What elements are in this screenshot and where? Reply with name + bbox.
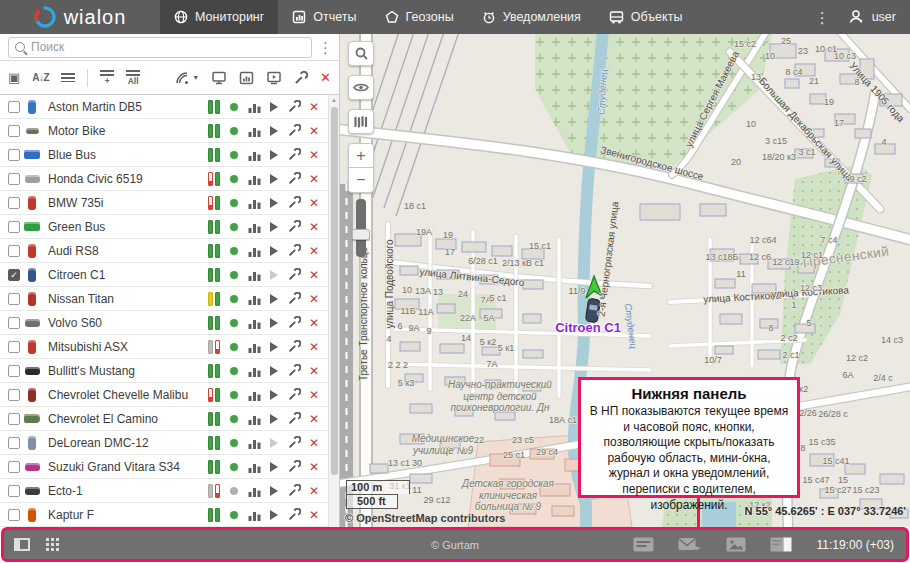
quick-report-icon[interactable] bbox=[244, 413, 264, 425]
remove-unit-icon[interactable]: ✕ bbox=[304, 388, 324, 402]
unit-properties-icon[interactable] bbox=[284, 292, 304, 305]
remove-unit-icon[interactable]: ✕ bbox=[304, 484, 324, 498]
zoom-in-button[interactable]: + bbox=[348, 143, 374, 168]
statistics-icon[interactable] bbox=[239, 71, 254, 85]
unit-properties-icon[interactable] bbox=[284, 460, 304, 473]
map[interactable]: Звенигородское шоссеулица Сергея Макеева… bbox=[340, 34, 910, 527]
unit-checkbox[interactable] bbox=[8, 221, 20, 233]
unit-checkbox[interactable] bbox=[8, 365, 20, 377]
unit-properties-icon[interactable] bbox=[284, 172, 304, 185]
quick-track-icon[interactable] bbox=[270, 174, 278, 184]
unit-checkbox[interactable] bbox=[8, 461, 20, 473]
unit-list-scrollbar[interactable]: ▲ bbox=[328, 95, 339, 527]
quick-report-icon[interactable] bbox=[244, 341, 264, 353]
map-search-button[interactable] bbox=[348, 41, 374, 66]
quick-track-icon[interactable] bbox=[270, 198, 278, 208]
quick-report-icon[interactable] bbox=[244, 197, 264, 209]
quick-report-icon[interactable] bbox=[244, 485, 264, 497]
quick-report-icon[interactable] bbox=[244, 437, 264, 449]
quick-track-icon[interactable] bbox=[270, 150, 278, 160]
unit-checkbox[interactable] bbox=[8, 149, 20, 161]
unit-properties-icon[interactable] bbox=[284, 196, 304, 209]
remove-unit-icon[interactable]: ✕ bbox=[304, 196, 324, 210]
quick-track-icon[interactable] bbox=[270, 102, 278, 112]
quick-track-icon[interactable] bbox=[270, 342, 278, 352]
unit-row[interactable]: Chevrolet Chevelle Malibu ✕ bbox=[0, 383, 328, 407]
quick-report-icon[interactable] bbox=[244, 269, 264, 281]
remove-unit-icon[interactable]: ✕ bbox=[304, 220, 324, 234]
quick-report-icon[interactable] bbox=[244, 365, 264, 377]
tab-monitoring[interactable]: Мониторинг bbox=[160, 0, 278, 34]
unit-properties-icon[interactable] bbox=[284, 388, 304, 401]
quick-report-icon[interactable] bbox=[244, 149, 264, 161]
zoom-slider[interactable] bbox=[356, 199, 366, 257]
unit-checkbox[interactable] bbox=[8, 245, 20, 257]
unit-properties-icon[interactable] bbox=[284, 268, 304, 281]
unit-checkbox[interactable]: ✓ bbox=[8, 269, 20, 281]
toggle-work-area-icon[interactable] bbox=[14, 538, 30, 551]
remove-unit-icon[interactable]: ✕ bbox=[304, 316, 324, 330]
log-journal-icon[interactable] bbox=[633, 537, 654, 552]
unit-properties-icon[interactable] bbox=[284, 148, 304, 161]
unit-checkbox[interactable] bbox=[8, 437, 20, 449]
search-input[interactable] bbox=[31, 40, 305, 54]
zoom-slider-handle[interactable] bbox=[352, 229, 370, 240]
tab-notifications[interactable]: Уведомления bbox=[468, 0, 595, 34]
satellite-state-icon[interactable]: ▼ bbox=[175, 71, 199, 85]
map-layers-button[interactable] bbox=[348, 109, 374, 134]
unit-checkbox[interactable] bbox=[8, 389, 20, 401]
unit-row[interactable]: Bullitt's Mustang ✕ bbox=[0, 359, 328, 383]
unit-row[interactable]: DeLorean DMC-12 ✕ bbox=[0, 431, 328, 455]
remove-unit-icon[interactable]: ✕ bbox=[304, 508, 324, 522]
settings-wrench-icon[interactable] bbox=[294, 71, 308, 85]
unit-checkbox[interactable] bbox=[8, 173, 20, 185]
quick-track-icon[interactable] bbox=[270, 222, 278, 232]
unit-properties-icon[interactable] bbox=[284, 244, 304, 257]
show-all-icon[interactable]: All bbox=[126, 70, 140, 86]
unit-row[interactable]: Blue Bus ✕ bbox=[0, 143, 328, 167]
tab-objects[interactable]: Объекты bbox=[595, 0, 697, 34]
list-view-icon[interactable] bbox=[61, 73, 75, 82]
remove-unit-icon[interactable]: ✕ bbox=[304, 340, 324, 354]
unit-row[interactable]: Green Bus ✕ bbox=[0, 215, 328, 239]
notification-windows-icon[interactable] bbox=[770, 537, 792, 552]
unit-row[interactable]: Aston Martin DB5 ✕ bbox=[0, 95, 328, 119]
search-menu-icon[interactable]: ⋮ bbox=[318, 40, 333, 55]
unit-checkbox[interactable] bbox=[8, 317, 20, 329]
unit-row[interactable]: Mitsubishi ASX ✕ bbox=[0, 335, 328, 359]
quick-report-icon[interactable] bbox=[244, 173, 264, 185]
scrollbar-thumb[interactable] bbox=[331, 107, 338, 475]
quick-report-icon[interactable] bbox=[244, 245, 264, 257]
unit-checkbox[interactable] bbox=[8, 197, 20, 209]
remove-unit-icon[interactable]: ✕ bbox=[304, 292, 324, 306]
media-monitor-icon[interactable] bbox=[266, 71, 282, 85]
remove-unit-icon[interactable]: ✕ bbox=[304, 460, 324, 474]
unit-row[interactable]: Ecto-1 ✕ bbox=[0, 479, 328, 503]
map-attribution[interactable]: © OpenStreetMap contributors bbox=[345, 512, 505, 524]
remove-unit-icon[interactable]: ✕ bbox=[304, 172, 324, 186]
user-menu[interactable]: user bbox=[848, 9, 896, 25]
images-icon[interactable] bbox=[726, 537, 746, 552]
brand[interactable]: wialon bbox=[0, 0, 160, 34]
unit-row[interactable]: Honda Civic 6519 ✕ bbox=[0, 167, 328, 191]
unit-properties-icon[interactable] bbox=[284, 316, 304, 329]
unit-row[interactable]: Nissan Titan ✕ bbox=[0, 287, 328, 311]
quick-track-icon[interactable] bbox=[270, 246, 278, 256]
tab-geofences[interactable]: Геозоны bbox=[371, 0, 468, 34]
remove-unit-icon[interactable]: ✕ bbox=[304, 412, 324, 426]
unit-properties-icon[interactable] bbox=[284, 436, 304, 449]
driver-messages-icon[interactable] bbox=[678, 537, 702, 552]
unit-properties-icon[interactable] bbox=[284, 100, 304, 113]
quick-report-icon[interactable] bbox=[244, 461, 264, 473]
unit-properties-icon[interactable] bbox=[284, 412, 304, 425]
quick-report-icon[interactable] bbox=[244, 221, 264, 233]
quick-track-icon[interactable] bbox=[270, 318, 278, 328]
header-menu-icon[interactable]: ⋮ bbox=[815, 10, 830, 25]
quick-track-icon[interactable] bbox=[270, 438, 278, 448]
quick-track-icon[interactable] bbox=[270, 390, 278, 400]
remove-unit-icon[interactable]: ✕ bbox=[304, 100, 324, 114]
unit-checkbox[interactable] bbox=[8, 509, 20, 521]
remove-unit-icon[interactable]: ✕ bbox=[304, 268, 324, 282]
display-mode-icon[interactable]: ▣ bbox=[8, 70, 20, 85]
remove-unit-icon[interactable]: ✕ bbox=[304, 244, 324, 258]
